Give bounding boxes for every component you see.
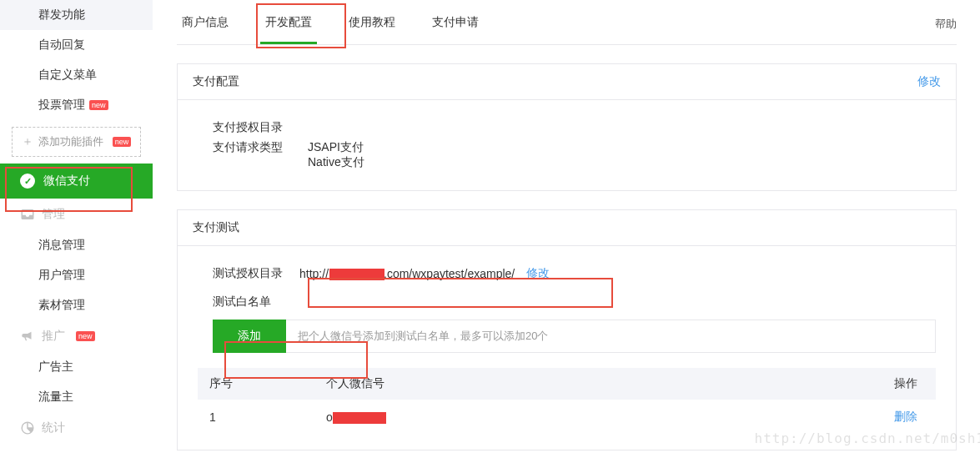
inbox-icon [20,207,35,222]
sidebar-item-wechat-pay[interactable]: ✓ 微信支付 [0,164,153,199]
panel-pay-config: 支付配置 修改 支付授权目录 支付请求类型 JSAPI支付 Native支付 [177,63,957,191]
chart-pie-icon [20,420,35,435]
cell-op: 删除 [693,400,936,435]
sidebar-add-plugin[interactable]: ＋ 添加功能插件 new [12,127,141,157]
sidebar-item-material-manage[interactable]: 素材管理 [0,290,153,320]
sidebar-group-label: 推广 [42,329,65,344]
tab-label: 开发配置 [265,15,312,28]
req-type-native: Native支付 [308,155,364,170]
plus-icon: ＋ [22,134,33,149]
redacted-domain [329,269,384,280]
tab-pay-apply[interactable]: 支付申请 [427,0,484,44]
panel-header: 支付测试 [178,210,956,246]
sidebar-group-manage[interactable]: 管理 [0,199,153,230]
edit-test-url[interactable]: 修改 [526,266,550,281]
panel-title: 支付配置 [193,74,239,89]
field-value-req-type: JSAPI支付 Native支付 [308,140,364,170]
sidebar-item-custom-menu[interactable]: 自定义菜单 [0,60,153,90]
tab-label: 支付申请 [432,15,479,28]
sidebar-item-label: 微信支付 [43,174,90,189]
url-suffix: .com/wxpaytest/example/ [384,267,515,280]
sidebar-item-label: 流量主 [38,390,73,405]
sidebar-item-message-manage[interactable]: 消息管理 [0,230,153,260]
sidebar-group-label: 统计 [42,420,65,435]
sidebar-item-user-manage[interactable]: 用户管理 [0,260,153,290]
sidebar-group-stats[interactable]: 统计 [0,412,153,444]
cell-wxid: o [314,400,693,435]
cell-seq: 1 [198,400,314,435]
sidebar-item-traffic-owner[interactable]: 流量主 [0,382,153,412]
main-content: 商户信息 开发配置 使用教程 支付申请 帮助 支付配置 修改 [153,0,980,458]
req-type-jsapi: JSAPI支付 [308,140,364,155]
sidebar-item-label: 投票管理 [38,98,85,113]
panel-header: 支付配置 修改 [178,64,956,100]
col-header-seq: 序号 [198,368,314,400]
redacted-wxid [333,412,386,424]
help-link[interactable]: 帮助 [935,17,957,32]
sidebar-item-mass-send[interactable]: 群发功能 [0,0,153,30]
tab-dev-config[interactable]: 开发配置 [260,0,317,44]
field-value-test-dir: http://.com/wxpaytest/example/ [299,267,515,280]
edit-link[interactable]: 修改 [917,74,941,89]
sidebar: 群发功能 自动回复 自定义菜单 投票管理 new ＋ 添加功能插件 new ✓ … [0,0,153,458]
table-row: 1 o 删除 [198,400,936,435]
panel-title: 支付测试 [193,220,239,235]
field-label-test-dir: 测试授权目录 [213,266,288,281]
sidebar-item-label: 用户管理 [38,268,85,283]
sidebar-item-label: 素材管理 [38,298,85,313]
table-header-row: 序号 个人微信号 操作 [198,368,936,400]
wechat-pay-icon: ✓ [20,174,35,189]
tab-label: 使用教程 [349,15,395,28]
sidebar-item-label: 消息管理 [38,238,85,253]
sidebar-add-label: 添加功能插件 [38,134,103,149]
new-badge: new [89,100,108,110]
sidebar-group-label: 管理 [42,207,65,222]
sidebar-item-auto-reply[interactable]: 自动回复 [0,30,153,60]
new-badge: new [113,137,132,147]
add-hint: 把个人微信号添加到测试白名单，最多可以添加20个 [286,320,936,353]
col-header-op: 操作 [693,368,936,400]
sidebar-group-promote[interactable]: 推广 new [0,320,153,352]
panel-body: 测试授权目录 http://.com/wxpaytest/example/ 修改… [178,246,956,450]
tab-usage-guide[interactable]: 使用教程 [344,0,400,44]
url-prefix: http:// [299,267,329,280]
sidebar-item-label: 广告主 [38,360,73,375]
col-header-wxid: 个人微信号 [314,368,693,400]
whitelist-label: 测试白名单 [213,294,271,310]
sidebar-item-label: 自动回复 [38,38,85,53]
test-url-text: http://.com/wxpaytest/example/ [299,267,515,280]
sidebar-item-vote-manage[interactable]: 投票管理 new [0,90,153,120]
add-button[interactable]: 添加 [213,320,286,353]
help-label: 帮助 [935,18,957,30]
whitelist-table: 序号 个人微信号 操作 1 o [198,368,936,435]
tab-merchant-info[interactable]: 商户信息 [177,0,234,44]
field-label-req-type: 支付请求类型 [213,140,288,155]
wxid-prefix: o [326,410,333,424]
tabs: 商户信息 开发配置 使用教程 支付申请 [177,0,957,45]
panel-body: 支付授权目录 支付请求类型 JSAPI支付 Native支付 [178,100,956,190]
sidebar-item-advertiser[interactable]: 广告主 [0,352,153,382]
sidebar-item-label: 群发功能 [38,8,85,23]
sidebar-item-label: 自定义菜单 [38,68,97,83]
new-badge: new [76,331,95,341]
megaphone-icon [20,329,35,344]
panel-pay-test: 支付测试 测试授权目录 http://.com/wxpaytest/exampl… [177,209,957,450]
delete-link[interactable]: 删除 [894,410,917,423]
field-label-auth-dir: 支付授权目录 [213,120,288,135]
tab-label: 商户信息 [182,15,229,28]
